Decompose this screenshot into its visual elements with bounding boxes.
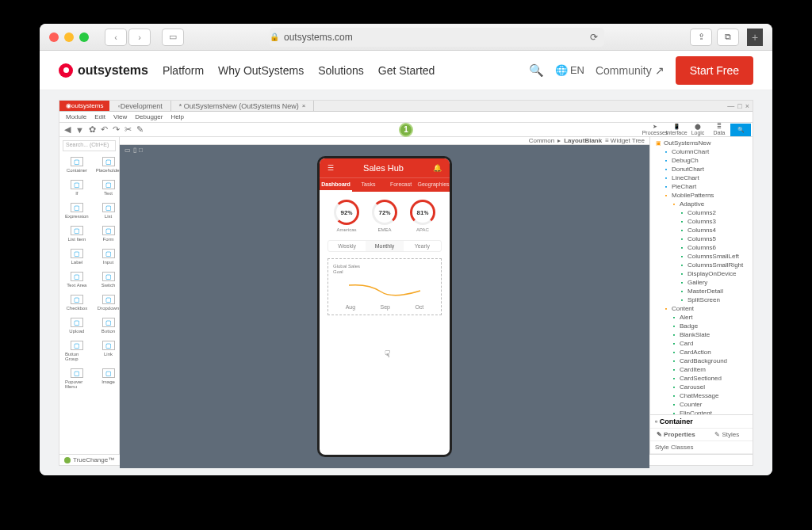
menu-help[interactable]: Help [170,113,183,120]
undo-icon[interactable]: ↶ [101,124,108,135]
widget-image[interactable]: ▢Image [94,366,124,391]
menu-module[interactable]: Module [66,113,86,120]
tab-dashboard[interactable]: Dashboard [320,178,352,192]
back-icon[interactable]: ◀ [64,124,71,135]
logo[interactable]: outsystems [59,63,148,78]
tree-item[interactable]: ▪ColumnChart [652,147,751,156]
design-canvas[interactable]: ▭▯□ ☰ Sales Hub 🔔 Dashboard [120,145,649,468]
menu-debugger[interactable]: Debugger [135,113,163,120]
fwd-icon[interactable]: ▼ [75,125,84,135]
nav-getstarted[interactable]: Get Started [378,64,435,77]
widget-search[interactable]: Search... (Ctrl+E) [63,140,116,151]
minimize-icon[interactable]: — [727,102,734,110]
reload-icon[interactable]: ⟳ [590,32,598,43]
ftab-weekly[interactable]: Weekly [328,241,366,251]
widget-list[interactable]: ▢List [94,200,124,221]
tree-item[interactable]: ▪Alert [652,313,751,322]
widget-text[interactable]: ▢Text [94,177,124,198]
tree-item[interactable]: ▪Gallery [652,278,751,287]
ide-tab-dev[interactable]: ◦ Development [109,101,170,111]
search-icon[interactable]: 🔍 [529,63,544,78]
tree-root[interactable]: ▣OutSystemsNew [652,139,751,147]
tree-item[interactable]: ▪CardSectioned [652,374,751,383]
tree-item[interactable]: ▪Columns5 [652,234,751,243]
menu-edit[interactable]: Edit [94,113,105,120]
data-icon[interactable]: ≣Data [709,124,730,136]
close-icon[interactable] [49,32,59,42]
close-icon[interactable]: × [745,102,749,110]
hamburger-icon[interactable]: ☰ [327,164,334,172]
widget-checkbox[interactable]: ▢Checkbox [63,292,91,313]
ide-tab-file[interactable]: * OutSystemsNew (OutSystems New)× [171,101,315,111]
ftab-yearly[interactable]: Yearly [404,241,441,251]
new-tab-button[interactable]: + [747,29,763,46]
widget-expression[interactable]: ▢Expression [63,200,91,221]
widget-link[interactable]: ▢Link [94,338,124,364]
bc-layout[interactable]: LayoutBlank [564,137,602,144]
tree-item[interactable]: ▪BlankSlate [652,330,751,339]
ide-tab-app[interactable]: ◉ outsystems [59,101,109,111]
widget-popover-menu[interactable]: ▢Popover Menu [63,366,91,391]
tree-item[interactable]: ▪MasterDetail [652,287,751,296]
tree-item[interactable]: ▪FlipContent [652,409,751,414]
maximize-icon[interactable]: □ [737,102,741,110]
search-panel-icon[interactable]: 🔍 [730,124,751,136]
widget-text-area[interactable]: ▢Text Area [63,269,91,290]
nav-why[interactable]: Why OutSystems [218,64,304,77]
widget-tree-button[interactable]: ≡ Widget Tree [605,137,645,144]
cut-icon[interactable]: ✂ [124,124,132,135]
tree-item[interactable]: ▪DonutChart [652,165,751,173]
tree-item[interactable]: ▪Carousel [652,383,751,391]
tree-item[interactable]: ▪Content [652,304,751,313]
widget-upload[interactable]: ▢Upload [63,315,91,336]
widget-if[interactable]: ▢If [63,177,91,198]
logic-icon[interactable]: ⬤Logic [688,124,708,136]
start-free-button[interactable]: Start Free [676,56,753,85]
tree-item[interactable]: ▪PieChart [652,182,751,191]
ftab-monthly[interactable]: Monthly [366,241,403,251]
widget-switch[interactable]: ▢Switch [94,269,124,290]
widget-list-item[interactable]: ▢List Item [63,223,91,244]
bc-common[interactable]: Common [529,137,554,144]
tab-geo[interactable]: Geographies [417,178,450,192]
device-icon[interactable]: ▯ [133,147,136,154]
widget-container[interactable]: ▢Container [63,154,91,175]
widget-button-group[interactable]: ▢Button Group [63,338,91,364]
brush-icon[interactable]: ✎ [136,124,144,135]
nav-solutions[interactable]: Solutions [318,64,364,77]
tree-item[interactable]: ▪ChatMessage [652,391,751,400]
minimize-icon[interactable] [64,32,74,42]
share-icon[interactable]: ⇪ [690,29,712,46]
tree-item[interactable]: ▪CardBackground [652,357,751,365]
zoom-icon[interactable] [79,32,89,42]
tree-item[interactable]: ▪CardItem [652,365,751,374]
community-link[interactable]: Community ↗ [596,64,665,77]
tree-item[interactable]: ▪Columns4 [652,226,751,234]
redo-icon[interactable]: ↷ [113,124,120,135]
tree-item[interactable]: ▪DisplayOnDevice [652,269,751,278]
widget-button[interactable]: ▢Button [94,315,124,336]
tab-properties[interactable]: ✎ Properties [650,429,702,440]
tab-styles[interactable]: ✎ Styles [702,429,753,440]
tabs-icon[interactable]: ⧉ [717,29,739,46]
processes-icon[interactable]: ➤Processes [645,124,665,136]
close-tab-icon[interactable]: × [302,102,306,109]
tree-item[interactable]: ▪Adaptive [652,200,751,208]
tree-item[interactable]: ▪LineChart [652,173,751,182]
tree-item[interactable]: ▪Badge [652,322,751,330]
interface-icon[interactable]: 📱Interface [666,124,687,136]
menu-view[interactable]: View [113,113,127,120]
tree-item[interactable]: ▪Columns3 [652,217,751,226]
bell-icon[interactable]: 🔔 [433,164,442,172]
back-button[interactable]: ‹ [105,29,127,46]
tree-item[interactable]: ▪ColumnsSmallRight [652,261,751,269]
truechange-button[interactable]: TrueChange™ [64,456,114,463]
sidebar-button[interactable]: ▭ [162,29,184,46]
lang-switch[interactable]: 🌐 EN [555,64,584,76]
widget-form[interactable]: ▢Form [94,223,124,244]
gear-icon[interactable]: ✿ [89,124,96,135]
device-icon[interactable]: □ [139,147,143,154]
url-bar[interactable]: 🔒 outsystems.com ⟳ [270,28,604,47]
tree-item[interactable]: ▪Card [652,339,751,348]
tree-item[interactable]: ▪ColumnsSmallLeft [652,252,751,261]
